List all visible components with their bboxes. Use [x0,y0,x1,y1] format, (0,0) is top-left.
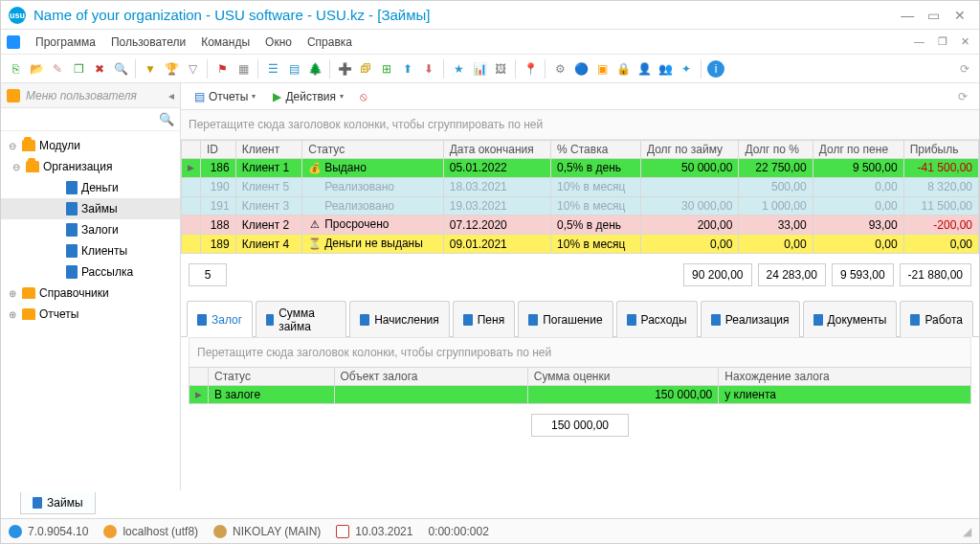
toolbar-note-icon[interactable]: 🗊 [357,60,374,78]
tree-reports[interactable]: ⊕Отчеты [1,304,180,325]
search-icon[interactable]: 🔍 [159,112,174,126]
toolbar-pic-icon[interactable]: 🖼 [492,60,509,78]
tab-2[interactable]: Начисления [349,301,450,337]
menu-program[interactable]: Программа [28,33,103,52]
toolbar-chart-icon[interactable]: 📊 [471,60,488,78]
table-row[interactable]: 190 Клиент 5 Реализовано 18.03.2021 10% … [182,177,979,196]
menu-window[interactable]: Окно [257,33,300,52]
status-icon: ⚠ [308,218,322,232]
toolbar-delete-icon[interactable]: ✖ [91,60,108,78]
stop-icon[interactable]: ⦸ [355,88,372,105]
table-row[interactable]: 191 Клиент 3 Реализовано 19.03.2021 10% … [182,196,979,215]
tab-8[interactable]: Работа [900,301,973,337]
column-header[interactable]: Статус [302,141,444,159]
column-header[interactable]: Долг по займу [640,141,738,159]
toolbar-wand-icon[interactable]: ✦ [678,60,695,78]
table-row[interactable]: ▶ В залоге 150 000,00 у клиента [189,386,971,404]
actions-button[interactable]: ▶Действия▾ [267,88,349,105]
toolbar-color-icon[interactable]: 🔵 [572,60,590,78]
toolbar-star-icon[interactable]: ★ [450,60,467,78]
sidebar-search: 🔍 [1,108,180,131]
column-header[interactable]: Нахождение залога [719,368,971,386]
tab-4[interactable]: Погашение [518,301,612,337]
main-grid[interactable]: IDКлиентСтатусДата окончания% СтавкаДолг… [181,140,979,254]
mdi-close-button[interactable]: ✕ [957,35,973,48]
toolbar-trophy-icon[interactable]: 🏆 [163,60,180,78]
toolbar-search-icon[interactable]: 🔍 [112,60,129,78]
toolbar-excel-icon[interactable]: ⊞ [378,60,395,78]
toolbar-new-icon[interactable]: ⎘ [7,60,24,78]
toolbar-info-icon[interactable]: i [707,60,724,78]
sub-grid[interactable]: СтатусОбъект залогаСумма оценкиНахождени… [189,367,971,404]
toolbar-import-icon[interactable]: ⬆ [399,60,416,78]
column-header[interactable]: Долг по пене [813,141,903,159]
table-row[interactable]: 188 Клиент 2 ⚠Просрочено 07.12.2020 0,5%… [182,215,979,235]
toolbar-edit-icon[interactable]: ✎ [49,60,66,78]
menu-commands[interactable]: Команды [193,33,257,52]
toolbar-lock-icon[interactable]: 🔒 [614,60,632,78]
menu-users[interactable]: Пользователи [103,33,193,52]
detail-panel: Перетащите сюда заголовок колонки, чтобы… [181,337,979,450]
toolbar-flag-icon[interactable]: ⚑ [213,60,231,78]
tab-3[interactable]: Пеня [453,301,515,337]
reports-button[interactable]: ▤Отчеты▾ [189,88,261,105]
tree-clients[interactable]: Клиенты [1,240,180,261]
totals-row: 5 90 200,00 24 283,00 9 593,00 -21 880,0… [181,254,979,296]
close-button[interactable]: ✕ [948,8,971,23]
tree-mailing[interactable]: Рассылка [1,261,180,283]
toolbar-refresh-icon[interactable]: ⟳ [956,60,973,78]
mdi-restore-button[interactable]: ❐ [934,35,951,48]
toolbar-filter-icon[interactable]: ▼ [142,60,159,78]
tab-6[interactable]: Реализация [701,301,800,337]
user-menu-header: Меню пользователя ◂ [1,83,180,108]
tab-7[interactable]: Документы [803,301,898,337]
column-header[interactable]: Дата окончания [443,141,550,159]
toolbar-copy-icon[interactable]: ❐ [70,60,87,78]
collapse-icon[interactable]: ◂ [168,89,174,102]
doc-tab-loans[interactable]: Займы [20,492,96,514]
toolbar-export-icon[interactable]: ⬇ [420,60,437,78]
resize-grip-icon[interactable]: ◢ [963,525,971,538]
maximize-button[interactable]: ▭ [923,8,946,23]
toolbar-list-icon[interactable]: ☰ [264,60,281,78]
tree-refs[interactable]: ⊕Справочники [1,283,180,304]
column-header[interactable]: ID [201,141,236,159]
toolbar-detail-icon[interactable]: ▤ [285,60,302,78]
toolbar-rss-icon[interactable]: ▣ [593,60,611,78]
toolbar-add-icon[interactable]: ➕ [336,60,353,78]
info-icon [9,525,22,538]
book-icon [66,202,78,215]
tab-0[interactable]: Залог [187,301,253,337]
table-row[interactable]: ▶ 186 Клиент 1 💰Выдано 05.01.2022 0,5% в… [182,159,979,178]
tree-loans[interactable]: Займы [1,198,180,219]
menubar: Программа Пользователи Команды Окно Спра… [1,30,979,55]
toolbar-grid-icon[interactable]: ▦ [234,60,252,78]
column-header[interactable]: Сумма оценки [527,368,719,386]
minimize-button[interactable]: — [896,8,919,23]
column-header[interactable]: Статус [209,368,335,386]
tree-organization[interactable]: ⊖Организация [1,156,180,177]
mdi-minimize-button[interactable]: — [910,35,928,48]
tree-pledges[interactable]: Залоги [1,219,180,240]
menu-help[interactable]: Справка [300,33,360,52]
tree-money[interactable]: Деньги [1,177,180,198]
column-header[interactable]: % Ставка [551,141,641,159]
refresh-icon[interactable]: ⟳ [954,88,971,105]
toolbar-open-icon[interactable]: 📂 [28,60,45,78]
tree-modules[interactable]: ⊖Модули [1,135,180,156]
toolbar-gear-icon[interactable]: ⚙ [551,60,568,78]
column-header[interactable]: Долг по % [739,141,813,159]
column-header[interactable]: Объект залога [334,368,527,386]
toolbar-users-icon[interactable]: 👥 [657,60,674,78]
tab-5[interactable]: Расходы [616,301,698,337]
table-row[interactable]: 189 Клиент 4 ⏳Деньги не выданы 09.01.202… [182,235,979,254]
toolbar-clear-icon[interactable]: ▽ [184,60,201,78]
toolbar-pin-icon[interactable]: 📍 [522,60,539,78]
column-header[interactable]: Клиент [235,141,302,159]
folder-icon [7,89,20,102]
toolbar-user-icon[interactable]: 👤 [635,60,653,78]
total-debt-pct: 24 283,00 [758,263,826,286]
column-header[interactable]: Прибыль [903,141,978,159]
toolbar-tree-icon[interactable]: 🌲 [306,60,323,78]
tab-1[interactable]: Сумма займа [256,301,346,337]
